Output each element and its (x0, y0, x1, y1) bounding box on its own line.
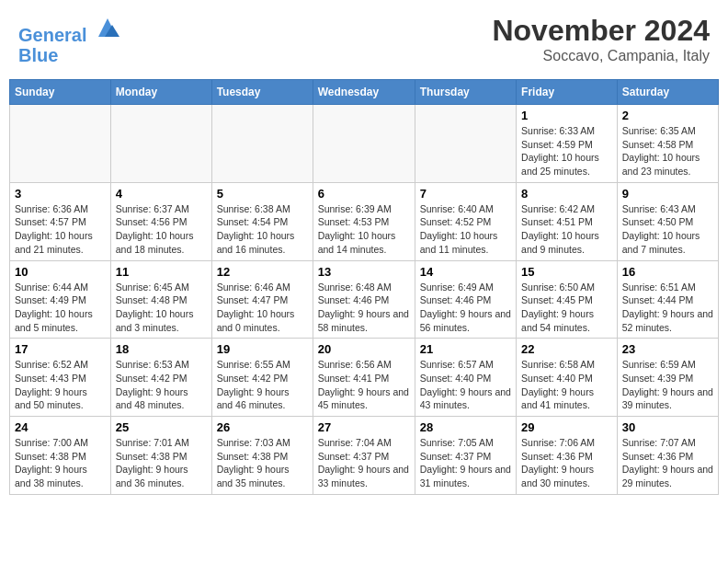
calendar-cell: 11Sunrise: 6:45 AMSunset: 4:48 PMDayligh… (110, 260, 211, 339)
day-info: Sunrise: 7:01 AMSunset: 4:38 PMDaylight:… (116, 436, 207, 490)
day-number: 20 (318, 342, 410, 356)
day-info: Sunrise: 6:42 AMSunset: 4:51 PMDaylight:… (521, 202, 612, 257)
day-info: Sunrise: 6:48 AMSunset: 4:46 PMDaylight:… (318, 281, 410, 335)
calendar-cell: 22Sunrise: 6:58 AMSunset: 4:40 PMDayligh… (517, 339, 618, 417)
day-info: Sunrise: 7:04 AMSunset: 4:37 PMDaylight:… (318, 436, 410, 490)
calendar-cell: 20Sunrise: 6:56 AMSunset: 4:41 PMDayligh… (313, 339, 415, 417)
weekday-header-tuesday: Tuesday (211, 80, 313, 105)
day-info: Sunrise: 7:07 AMSunset: 4:36 PMDaylight:… (622, 436, 713, 490)
day-info: Sunrise: 6:33 AMSunset: 4:59 PMDaylight:… (521, 124, 612, 178)
day-number: 11 (116, 265, 207, 279)
calendar-cell: 17Sunrise: 6:52 AMSunset: 4:43 PMDayligh… (10, 339, 111, 417)
day-number: 5 (217, 187, 308, 201)
calendar-week-5: 24Sunrise: 7:00 AMSunset: 4:38 PMDayligh… (10, 417, 719, 495)
day-info: Sunrise: 6:45 AMSunset: 4:48 PMDaylight:… (116, 281, 207, 335)
day-info: Sunrise: 6:58 AMSunset: 4:40 PMDaylight:… (521, 358, 612, 412)
calendar-cell: 30Sunrise: 7:07 AMSunset: 4:36 PMDayligh… (617, 417, 718, 495)
calendar-cell: 8Sunrise: 6:42 AMSunset: 4:51 PMDaylight… (517, 182, 618, 260)
day-number: 25 (116, 420, 207, 434)
page-header: General Blue November 2024 Soccavo, Camp… (9, 9, 719, 70)
day-number: 10 (15, 265, 106, 279)
calendar-cell: 2Sunrise: 6:35 AMSunset: 4:58 PMDaylight… (617, 105, 718, 183)
day-info: Sunrise: 6:56 AMSunset: 4:41 PMDaylight:… (318, 358, 410, 412)
weekday-header-row: SundayMondayTuesdayWednesdayThursdayFrid… (10, 80, 719, 105)
calendar-cell: 4Sunrise: 6:37 AMSunset: 4:56 PMDaylight… (110, 182, 211, 260)
calendar-cell (110, 105, 211, 183)
calendar-cell: 7Sunrise: 6:40 AMSunset: 4:52 PMDaylight… (415, 182, 516, 260)
calendar-cell: 21Sunrise: 6:57 AMSunset: 4:40 PMDayligh… (415, 339, 516, 417)
day-number: 4 (116, 187, 207, 201)
logo-icon (94, 14, 121, 41)
day-info: Sunrise: 6:49 AMSunset: 4:46 PMDaylight:… (420, 281, 511, 335)
day-number: 21 (420, 342, 511, 356)
day-info: Sunrise: 6:43 AMSunset: 4:50 PMDaylight:… (622, 202, 713, 257)
weekday-header-thursday: Thursday (415, 80, 516, 105)
day-number: 17 (15, 342, 106, 356)
calendar-cell: 29Sunrise: 7:06 AMSunset: 4:36 PMDayligh… (517, 417, 618, 495)
day-info: Sunrise: 7:06 AMSunset: 4:36 PMDaylight:… (521, 436, 612, 490)
calendar-cell: 23Sunrise: 6:59 AMSunset: 4:39 PMDayligh… (617, 339, 718, 417)
day-number: 26 (217, 420, 308, 434)
calendar-cell: 3Sunrise: 6:36 AMSunset: 4:57 PMDaylight… (10, 182, 111, 260)
calendar-cell: 10Sunrise: 6:44 AMSunset: 4:49 PMDayligh… (10, 260, 111, 339)
day-info: Sunrise: 6:37 AMSunset: 4:56 PMDaylight:… (116, 202, 207, 257)
day-number: 9 (622, 187, 713, 201)
calendar-week-4: 17Sunrise: 6:52 AMSunset: 4:43 PMDayligh… (10, 339, 719, 417)
day-number: 1 (521, 109, 612, 122)
day-info: Sunrise: 6:36 AMSunset: 4:57 PMDaylight:… (15, 202, 106, 257)
calendar-table: SundayMondayTuesdayWednesdayThursdayFrid… (9, 79, 719, 495)
day-info: Sunrise: 6:50 AMSunset: 4:45 PMDaylight:… (521, 281, 612, 335)
calendar-cell (211, 105, 313, 183)
day-number: 28 (420, 420, 511, 434)
calendar-cell: 25Sunrise: 7:01 AMSunset: 4:38 PMDayligh… (110, 417, 211, 495)
day-number: 23 (622, 342, 713, 356)
month-title: November 2024 (492, 14, 710, 48)
weekday-header-saturday: Saturday (617, 80, 718, 105)
day-info: Sunrise: 6:55 AMSunset: 4:42 PMDaylight:… (217, 358, 308, 412)
calendar-week-1: 1Sunrise: 6:33 AMSunset: 4:59 PMDaylight… (10, 105, 719, 183)
day-info: Sunrise: 6:44 AMSunset: 4:49 PMDaylight:… (15, 281, 106, 335)
day-info: Sunrise: 6:51 AMSunset: 4:44 PMDaylight:… (622, 281, 713, 335)
day-number: 3 (15, 187, 106, 201)
calendar-cell: 28Sunrise: 7:05 AMSunset: 4:37 PMDayligh… (415, 417, 516, 495)
day-number: 6 (318, 187, 410, 201)
calendar-cell: 16Sunrise: 6:51 AMSunset: 4:44 PMDayligh… (617, 260, 718, 339)
day-info: Sunrise: 6:40 AMSunset: 4:52 PMDaylight:… (420, 202, 511, 257)
day-info: Sunrise: 6:59 AMSunset: 4:39 PMDaylight:… (622, 358, 713, 412)
day-number: 8 (521, 187, 612, 201)
day-number: 19 (217, 342, 308, 356)
day-info: Sunrise: 6:39 AMSunset: 4:53 PMDaylight:… (318, 202, 410, 257)
day-info: Sunrise: 6:46 AMSunset: 4:47 PMDaylight:… (217, 281, 308, 335)
calendar-cell: 6Sunrise: 6:39 AMSunset: 4:53 PMDaylight… (313, 182, 415, 260)
day-info: Sunrise: 6:53 AMSunset: 4:42 PMDaylight:… (116, 358, 207, 412)
weekday-header-wednesday: Wednesday (313, 80, 415, 105)
title-section: November 2024 Soccavo, Campania, Italy (492, 14, 710, 64)
day-info: Sunrise: 6:57 AMSunset: 4:40 PMDaylight:… (420, 358, 511, 412)
day-info: Sunrise: 7:03 AMSunset: 4:38 PMDaylight:… (217, 436, 308, 490)
logo: General Blue (18, 14, 121, 65)
day-number: 16 (622, 265, 713, 279)
calendar-cell: 24Sunrise: 7:00 AMSunset: 4:38 PMDayligh… (10, 417, 111, 495)
day-number: 29 (521, 420, 612, 434)
day-number: 27 (318, 420, 410, 434)
day-number: 18 (116, 342, 207, 356)
calendar-cell: 12Sunrise: 6:46 AMSunset: 4:47 PMDayligh… (211, 260, 313, 339)
day-number: 12 (217, 265, 308, 279)
day-info: Sunrise: 7:00 AMSunset: 4:38 PMDaylight:… (15, 436, 106, 490)
calendar-cell: 1Sunrise: 6:33 AMSunset: 4:59 PMDaylight… (517, 105, 618, 183)
logo-text: General (18, 14, 121, 45)
calendar-week-3: 10Sunrise: 6:44 AMSunset: 4:49 PMDayligh… (10, 260, 719, 339)
day-info: Sunrise: 6:35 AMSunset: 4:58 PMDaylight:… (622, 124, 713, 178)
day-number: 2 (622, 109, 713, 122)
weekday-header-monday: Monday (110, 80, 211, 105)
logo-blue: Blue (18, 45, 121, 65)
calendar-week-2: 3Sunrise: 6:36 AMSunset: 4:57 PMDaylight… (10, 182, 719, 260)
calendar-cell: 9Sunrise: 6:43 AMSunset: 4:50 PMDaylight… (617, 182, 718, 260)
day-number: 14 (420, 265, 511, 279)
calendar-cell (415, 105, 516, 183)
calendar-cell (313, 105, 415, 183)
calendar-cell: 19Sunrise: 6:55 AMSunset: 4:42 PMDayligh… (211, 339, 313, 417)
calendar-cell: 5Sunrise: 6:38 AMSunset: 4:54 PMDaylight… (211, 182, 313, 260)
day-number: 24 (15, 420, 106, 434)
day-number: 7 (420, 187, 511, 201)
